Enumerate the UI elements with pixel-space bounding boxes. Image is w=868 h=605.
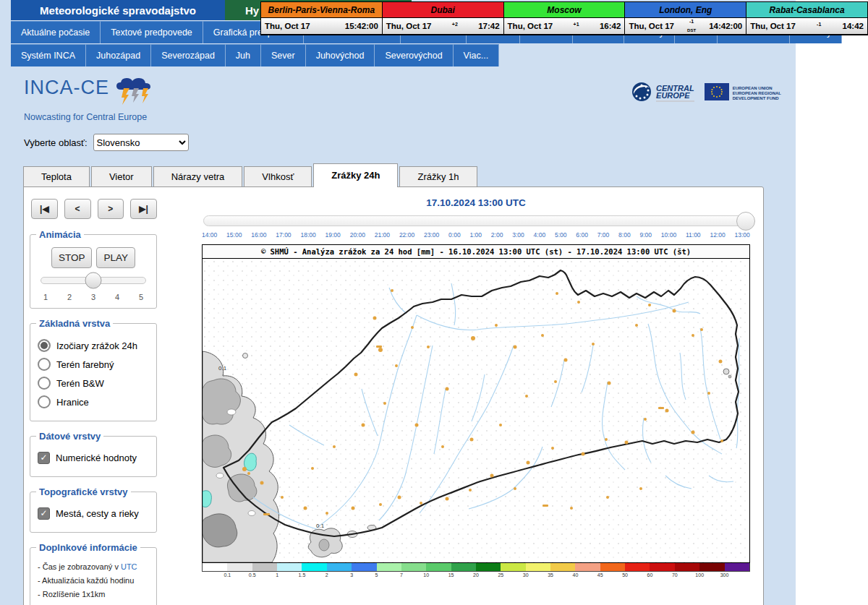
product-tab[interactable]: Vlhkosť — [244, 166, 312, 187]
nav-tab[interactable]: Aktuálne počasie — [11, 21, 101, 43]
clock-city-time-row: Thu, Oct 17 15:42:00 — [261, 18, 382, 34]
prev-frame-button[interactable]: < — [64, 199, 91, 219]
colorbar-segment: 20 — [451, 563, 476, 571]
time-tick: 0:00 — [448, 231, 461, 239]
clock-date: Thu, Oct 17 — [629, 22, 674, 30]
base-layer-option[interactable]: Terén farebný — [38, 358, 149, 371]
eu-logo: EUROPEAN UNION EUROPEAN REGIONAL DEVELOP… — [705, 83, 781, 103]
product-tab[interactable]: Zrážky 1h — [399, 166, 477, 187]
contour-label: 0.1 — [316, 523, 325, 529]
map-canvas: 0.1 0.1 — [203, 259, 749, 562]
option-label: Hranice — [56, 397, 89, 408]
map-title: © SHMÚ - Analýza zrážok za 24 hod [mm] -… — [202, 244, 750, 259]
time-tick: 16:00 — [251, 231, 266, 239]
nav-tab[interactable]: Severovýchod — [375, 44, 453, 66]
stop-button[interactable]: STOP — [51, 247, 93, 268]
data-layers-fieldset: Dátové vrstvy Numerické hodnoty — [30, 431, 157, 477]
time-tick: 7:00 — [597, 231, 610, 239]
region-select-row: Vyberte oblasť: Slovensko — [24, 134, 796, 151]
nav-tab[interactable]: Juhovýchod — [306, 44, 375, 66]
clock-city-time-row: Thu, Oct 17 +1 16:42 — [504, 18, 625, 34]
speed-slider[interactable] — [41, 277, 146, 284]
region-select[interactable]: Slovensko — [93, 134, 189, 151]
base-layer-option[interactable]: Hranice — [38, 395, 149, 408]
colorbar-label: 7 — [400, 572, 403, 579]
base-layer-option[interactable]: Izočiary zrážok 24h — [38, 339, 149, 352]
nav-tab[interactable]: Severozápad — [151, 44, 226, 66]
checkbox-checked[interactable] — [38, 507, 50, 520]
base-layer-option[interactable]: Terén B&W — [38, 377, 149, 390]
colorbar-label: 20 — [473, 572, 479, 579]
contour-label: 0.1 — [218, 365, 227, 372]
speed-label: 5 — [139, 293, 143, 301]
time-tick: 19:00 — [326, 231, 341, 239]
animation-legend: Animácia — [36, 229, 84, 240]
topo-layer-option[interactable]: Mestá, cesty a rieky — [38, 507, 149, 520]
nav-tab[interactable]: Juh — [226, 44, 261, 66]
speed-slider-thumb[interactable] — [85, 273, 102, 289]
colorbar-segment: 300 — [699, 563, 724, 571]
data-layer-option[interactable]: Numerické hodnoty — [38, 452, 149, 464]
colorbar-segment — [725, 563, 749, 571]
radio-button[interactable] — [38, 377, 51, 390]
colorbar-segment: 5 — [352, 563, 376, 571]
time-tick: 6:00 — [576, 231, 588, 239]
last-frame-button[interactable]: ▶| — [130, 199, 157, 219]
time-tick: 11:00 — [686, 231, 701, 239]
clock-utc-offset: +2 — [452, 22, 458, 30]
additional-info-fieldset: Doplnkové informácie - Čas je zobrazovan… — [30, 542, 157, 605]
colorbar-segment: 0.1 — [203, 563, 227, 571]
central-europe-stars-icon — [631, 81, 652, 106]
inca-logo-title: INCA-CE — [24, 77, 109, 99]
clock-city-time-row: Thu, Oct 17 -1 14:42 — [746, 18, 867, 34]
colorbar-label: 40 — [572, 572, 578, 579]
colorbar-segment: 60 — [625, 563, 650, 571]
first-frame-button[interactable]: |◀ — [31, 199, 58, 219]
nav-tab[interactable]: Viac... — [454, 44, 500, 66]
colorbar-label: 1 — [276, 572, 278, 579]
region-select-label: Vyberte oblasť: — [24, 137, 88, 148]
clock-city-column: Moscow Thu, Oct 17 +1 16:42 — [504, 2, 626, 35]
nav-tab[interactable]: Systém INCA — [11, 44, 86, 66]
time-slider[interactable] — [203, 215, 749, 226]
product-tab[interactable]: Nárazy vetra — [153, 166, 243, 187]
utc-link[interactable]: UTC — [121, 562, 137, 571]
colorbar-segment: 40 — [550, 563, 575, 571]
option-label: Mestá, cesty a rieky — [56, 508, 139, 519]
colorbar-segment: 50 — [600, 563, 625, 571]
product-tab[interactable]: Vietor — [91, 166, 152, 187]
radio-button[interactable] — [38, 339, 51, 352]
secondary-nav: Systém INCAJuhozápadSeverozápadJuhSeverJ… — [11, 44, 796, 66]
colorbar-segment: 0.5 — [227, 563, 252, 571]
colorbar-segment: 45 — [575, 563, 600, 571]
nav-tab[interactable]: Textové predpovede — [101, 21, 203, 43]
current-time-heading: 17.10.2024 13:00 UTC — [202, 197, 750, 208]
checkbox-checked[interactable] — [38, 452, 50, 464]
product-tab[interactable]: Zrážky 24h — [313, 163, 398, 187]
radio-button[interactable] — [38, 358, 51, 371]
nav-tab[interactable]: Juhozápad — [86, 44, 151, 66]
time-tick: 1:00 — [469, 231, 482, 239]
colorbar-label: 10 — [423, 572, 429, 579]
time-tick: 10:00 — [661, 231, 676, 239]
eu-text-line1: EUROPEAN UNION — [733, 86, 781, 91]
clock-city-column: London, Eng Thu, Oct 17 -1DST 14:42:00 — [625, 2, 746, 35]
colorbar-label: 5 — [375, 572, 378, 579]
nav-tab[interactable]: Sever — [261, 44, 306, 66]
next-frame-button[interactable]: > — [98, 199, 124, 219]
play-button[interactable]: PLAY — [96, 247, 135, 268]
clock-city-name: Moscow — [504, 2, 625, 18]
time-ticks: 14:0015:0016:0017:0018:0019:0020:0021:00… — [202, 231, 750, 239]
product-tab[interactable]: Teplota — [23, 166, 90, 187]
radio-button[interactable] — [38, 395, 51, 408]
colorbar-segment: 1 — [252, 563, 277, 571]
time-tick: 23:00 — [424, 231, 439, 239]
precipitation-map[interactable]: 0.1 0.1 — [202, 259, 750, 563]
base-layer-fieldset: Základná vrstva Izočiary zrážok 24h Teré… — [30, 318, 157, 421]
time-slider-thumb[interactable] — [736, 212, 755, 231]
option-label: Izočiary zrážok 24h — [56, 340, 137, 351]
central-europe-logo: CENTRAL EUROPE — [631, 81, 694, 106]
eu-flag-icon — [705, 83, 729, 103]
topo-layers-fieldset: Topografické vrstvy Mestá, cesty a rieky — [30, 486, 157, 533]
colorbar-label: 1.5 — [299, 572, 306, 579]
